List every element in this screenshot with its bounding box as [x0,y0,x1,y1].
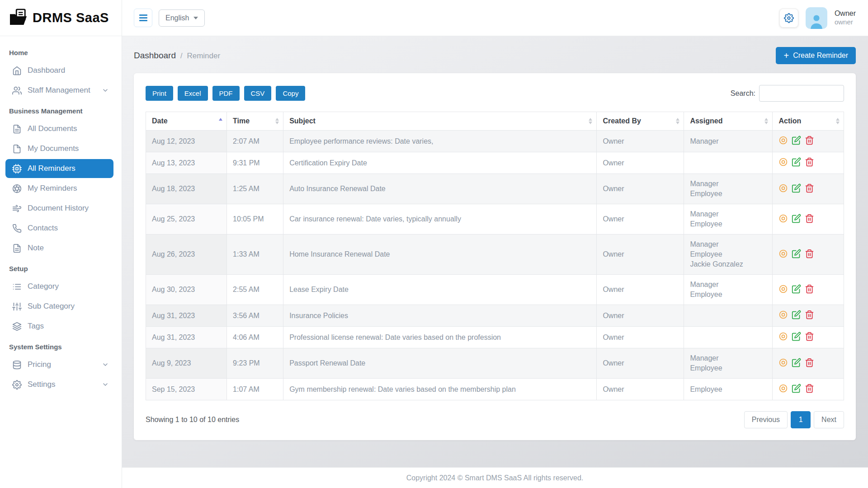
sidebar-item-my-reminders[interactable]: My Reminders [5,179,113,198]
view-button[interactable] [778,214,788,225]
assignee: Jackie Gonzalez [690,259,766,269]
print-button[interactable]: Print [146,86,173,101]
sidebar-item-settings[interactable]: Settings [5,375,113,394]
cell-created-by: Owner [597,174,684,204]
sidebar-item-all-documents[interactable]: All Documents [5,119,113,138]
edit-button[interactable] [792,214,801,225]
view-button[interactable] [778,136,788,147]
cell-date: Aug 26, 2023 [146,235,227,275]
delete-button[interactable] [805,183,814,195]
delete-button[interactable] [805,249,814,260]
cell-subject: Insurance Policies [283,305,597,327]
column-header-time[interactable]: Time [227,112,283,131]
delete-button[interactable] [805,157,814,169]
sidebar-item-pricing[interactable]: Pricing [5,355,113,374]
sidebar-item-my-documents[interactable]: My Documents [5,139,113,158]
view-button[interactable] [778,249,788,260]
sidebar-item-sub-category[interactable]: Sub Category [5,297,113,316]
create-reminder-button[interactable]: + Create Reminder [776,47,856,64]
sidebar-item-document-history[interactable]: Document History [5,199,113,218]
sidebar-item-all-reminders[interactable]: All Reminders [5,159,113,178]
cell-time: 1:25 AM [227,174,283,204]
assignee: Employee [690,385,766,394]
cell-time: 10:05 PM [227,204,283,235]
edit-button[interactable] [792,157,801,169]
view-button[interactable] [778,157,788,169]
breadcrumb-separator: / [180,52,182,60]
delete-button[interactable] [805,284,814,296]
sidebar-item-tags[interactable]: Tags [5,317,113,336]
pagination-next-button[interactable]: Next [814,411,844,428]
cell-subject: Gym membership renewal: Date varies base… [283,379,597,400]
view-button[interactable] [778,332,788,343]
table-row: Aug 25, 202310:05 PMCar insurance renewa… [146,204,844,235]
copy-button[interactable]: Copy [276,86,305,101]
language-select[interactable]: English [159,9,205,27]
edit-button[interactable] [792,183,801,195]
edit-button[interactable] [792,332,801,343]
logo[interactable]: DRMS SaaS [0,0,122,36]
pagination-previous-button[interactable]: Previous [744,411,788,428]
edit-icon [792,332,801,343]
edit-icon [792,310,801,321]
view-button[interactable] [778,284,788,296]
delete-button[interactable] [805,310,814,321]
sidebar-item-note[interactable]: Note [5,239,113,258]
view-button[interactable] [778,310,788,321]
csv-button[interactable]: CSV [244,86,272,101]
edit-button[interactable] [792,384,801,395]
delete-button[interactable] [805,136,814,147]
trash-icon [805,284,814,296]
avatar[interactable] [806,7,827,29]
sort-icon [676,118,679,124]
edit-button[interactable] [792,284,801,296]
cell-action [773,131,844,152]
delete-button[interactable] [805,384,814,395]
sidebar-item-dashboard[interactable]: Dashboard [5,61,113,80]
delete-button[interactable] [805,358,814,369]
sidebar-item-label: All Reminders [28,164,75,173]
sidebar-item-staff-management[interactable]: Staff Management [5,81,113,100]
language-select-value: English [165,14,189,22]
sidebar-item-label: Pricing [28,360,51,369]
aperture-icon [12,183,22,193]
cell-created-by: Owner [597,348,684,379]
edit-button[interactable] [792,310,801,321]
delete-button[interactable] [805,214,814,225]
cell-subject: Passport Renewal Date [283,348,597,379]
trash-icon [805,249,814,260]
pdf-button[interactable]: PDF [212,86,240,101]
sidebar-item-category[interactable]: Category [5,277,113,296]
excel-button[interactable]: Excel [178,86,208,101]
sidebar-toggle-button[interactable] [134,9,152,27]
search-input[interactable] [759,85,844,102]
cell-assigned: ManagerEmployee [684,174,773,204]
settings-icon [12,380,22,389]
breadcrumb-dashboard[interactable]: Dashboard [134,51,176,61]
column-header-created-by[interactable]: Created By [597,112,684,131]
cell-action [773,348,844,379]
trash-icon [805,332,814,343]
edit-button[interactable] [792,249,801,260]
table-row: Aug 18, 20231:25 AMAuto Insurance Renewa… [146,174,844,204]
chevron-down-icon [102,361,109,368]
view-button[interactable] [778,183,788,195]
eye-icon [778,284,788,296]
user-meta: Owner owner [835,9,856,27]
column-header-subject[interactable]: Subject [283,112,597,131]
settings-button[interactable] [779,9,798,28]
wind-icon [12,203,22,213]
cell-time: 9:31 PM [227,152,283,174]
column-header-assigned[interactable]: Assigned [684,112,773,131]
delete-button[interactable] [805,332,814,343]
cell-action [773,235,844,275]
table-toolbar: PrintExcelPDFCSVCopy Search: [146,85,844,102]
edit-button[interactable] [792,136,801,147]
column-header-date[interactable]: Date [146,112,227,131]
edit-button[interactable] [792,358,801,369]
view-button[interactable] [778,358,788,369]
pagination-page-1-button[interactable]: 1 [791,411,811,428]
sidebar-item-contacts[interactable]: Contacts [5,219,113,238]
view-button[interactable] [778,384,788,395]
column-header-action[interactable]: Action [773,112,844,131]
